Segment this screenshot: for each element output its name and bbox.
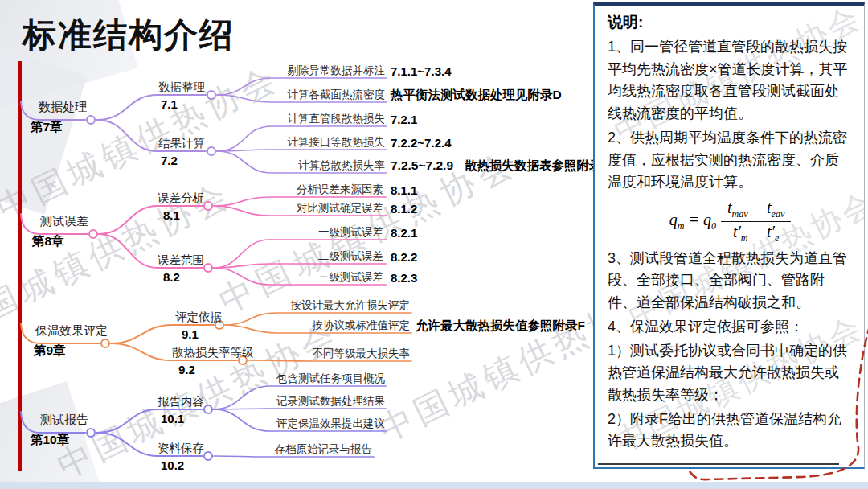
slide: 中国城镇供热协会 中国城镇供热协会 中国城镇供热协会 中国城镇供热协会 中国城镇… <box>0 0 868 489</box>
red-dashed-highlight <box>0 0 868 489</box>
